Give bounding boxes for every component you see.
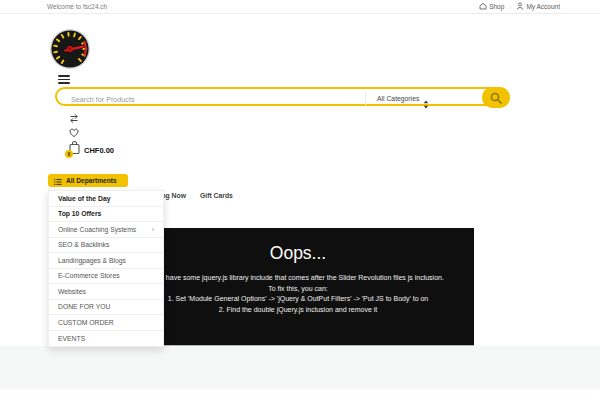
menu-item-label: Top 10 Offers	[58, 206, 101, 222]
menu-item-label: EVENTS	[58, 331, 85, 347]
menu-item-label: Websites	[58, 284, 86, 300]
category-divider	[365, 93, 366, 105]
menu-item-events[interactable]: EVENTS	[49, 331, 163, 347]
menu-item-label: Value of the Day	[58, 191, 111, 207]
menu-item-label: Online Coaching Systems	[58, 222, 136, 238]
menu-item-seo-backlinks[interactable]: SEO & Backlinks	[49, 238, 163, 254]
menu-item-top-10-offers[interactable]: Top 10 Offers	[49, 207, 163, 223]
shop-label: Shop	[489, 3, 504, 10]
search-button[interactable]	[482, 87, 510, 108]
shop-link[interactable]: Shop	[479, 2, 505, 11]
menu-item-label: Landingpages & Blogs	[58, 253, 126, 269]
error-line: To fix this, you can:	[268, 284, 328, 295]
cart-total[interactable]: CHF0.00	[84, 146, 114, 155]
my-account-label: My Account	[526, 3, 560, 10]
menu-item-label: E-Commerce Stores	[58, 268, 120, 284]
departments-dropdown: Value of the Day Top 10 Offers Online Co…	[48, 190, 164, 347]
nav-item-gift-cards[interactable]: Gift Cards	[200, 192, 233, 199]
slider-error-panel: Oops... You have some jquery.js library …	[122, 228, 474, 345]
search-icon	[490, 92, 503, 105]
all-departments-label: All Departments	[66, 177, 117, 184]
menu-item-custom-order[interactable]: CUSTOM ORDER	[49, 315, 163, 331]
mobile-menu-icon[interactable]	[58, 75, 70, 86]
search-pill: All Categories	[55, 87, 506, 106]
error-line: You have some jquery.js library include …	[152, 273, 444, 284]
shop-home-icon	[479, 2, 487, 11]
top-bar: Welcome to fsc24.ch Shop | My Account	[0, 0, 600, 14]
welcome-text: Welcome to fsc24.ch	[47, 3, 107, 10]
topbar-separator: |	[509, 4, 511, 10]
topbar-links: Shop | My Account	[479, 2, 560, 11]
site-logo-tachometer[interactable]	[49, 28, 91, 70]
menu-item-landingpages-blogs[interactable]: Landingpages & Blogs	[49, 253, 163, 269]
departments-list-icon	[54, 172, 62, 190]
menu-item-label: SEO & Backlinks	[58, 237, 109, 253]
content-background	[0, 346, 600, 389]
error-message: You have some jquery.js library include …	[152, 273, 444, 315]
menu-item-label: CUSTOM ORDER	[58, 315, 114, 331]
menu-item-online-coaching-systems[interactable]: Online Coaching Systems ›	[49, 222, 163, 238]
menu-item-value-of-the-day[interactable]: Value of the Day	[49, 191, 163, 207]
menu-item-ecommerce-stores[interactable]: E-Commerce Stores	[49, 269, 163, 285]
user-icon	[516, 2, 524, 11]
select-arrows-icon[interactable]	[423, 95, 429, 113]
page: Welcome to fsc24.ch Shop | My Account	[0, 0, 600, 400]
menu-item-websites[interactable]: Websites	[49, 284, 163, 300]
submenu-chevron-icon: ›	[152, 222, 154, 238]
search-input[interactable]	[69, 92, 353, 107]
my-account-link[interactable]: My Account	[516, 2, 560, 11]
all-departments-button[interactable]: All Departments	[48, 174, 128, 187]
menu-item-done-for-you[interactable]: DONE FOR YOU	[49, 300, 163, 316]
error-line: 1. Set 'Module General Options' -> 'jQue…	[168, 294, 429, 305]
error-title: Oops...	[270, 243, 326, 264]
search-bar: All Categories	[55, 87, 510, 108]
error-line: 2. Find the double jQuery.js inclusion a…	[219, 305, 378, 316]
menu-item-label: DONE FOR YOU	[58, 299, 110, 315]
category-select[interactable]: All Categories	[377, 95, 419, 102]
cart-count-badge: 0	[65, 150, 73, 158]
